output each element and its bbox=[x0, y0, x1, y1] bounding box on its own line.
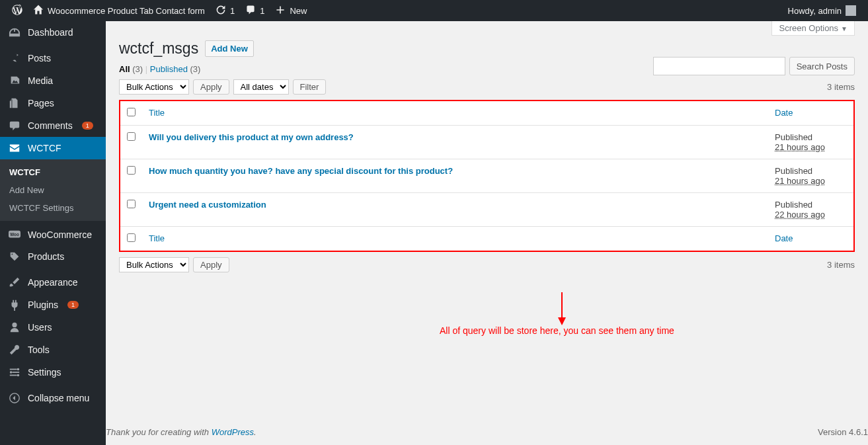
post-title-link[interactable]: How much quantity you have? have any spe… bbox=[149, 166, 453, 176]
table-row: Urgent need a customization Published22 … bbox=[120, 193, 854, 227]
menu-wctcf[interactable]: WCTCF bbox=[0, 137, 106, 159]
menu-settings[interactable]: Settings bbox=[0, 361, 106, 384]
pin-icon bbox=[8, 52, 21, 64]
col-date-sort[interactable]: Date bbox=[775, 108, 793, 118]
my-account[interactable]: Howdy, admin bbox=[783, 0, 861, 21]
collapse-menu[interactable]: Collapse menu bbox=[0, 387, 106, 409]
updates-count: 1 bbox=[230, 6, 235, 16]
filter-button[interactable]: Filter bbox=[293, 79, 327, 95]
svg-point-7 bbox=[17, 374, 20, 377]
media-icon bbox=[8, 75, 21, 87]
items-count-bottom: 3 items bbox=[827, 260, 855, 270]
bulk-actions-select-bottom[interactable]: Bulk Actions bbox=[119, 257, 189, 272]
svg-rect-4 bbox=[10, 375, 17, 376]
col-title-sort[interactable]: Title bbox=[149, 108, 165, 118]
submenu-add-new[interactable]: Add New bbox=[0, 181, 106, 199]
woo-icon: Woo bbox=[8, 230, 21, 239]
admin-bar: Woocommerce Product Tab Contact form 1 1… bbox=[0, 0, 868, 21]
search-input[interactable] bbox=[653, 57, 785, 75]
submenu-settings[interactable]: WCTCF Settings bbox=[0, 199, 106, 217]
settings-icon bbox=[8, 366, 21, 378]
svg-text:Woo: Woo bbox=[10, 232, 19, 237]
page-icon bbox=[8, 97, 21, 109]
product-icon bbox=[8, 251, 21, 263]
filter-published[interactable]: Published (3) bbox=[150, 64, 201, 74]
menu-products[interactable]: Products bbox=[0, 245, 106, 268]
annotation-text: All of query will be store here, you can… bbox=[440, 325, 674, 336]
home-icon bbox=[33, 5, 44, 17]
admin-footer: Thank you for creating with WordPress. V… bbox=[106, 419, 868, 445]
bulk-actions-select[interactable]: Bulk Actions bbox=[119, 79, 189, 95]
plug-icon bbox=[8, 299, 21, 311]
wp-version: Version 4.6.1 bbox=[818, 427, 868, 437]
add-new-button[interactable]: Add New bbox=[205, 40, 254, 57]
menu-posts[interactable]: Posts bbox=[0, 47, 106, 69]
updates-link[interactable]: 1 bbox=[210, 0, 240, 21]
date-filter-select[interactable]: All dates bbox=[233, 79, 289, 95]
admin-sidebar: Dashboard Posts Media Pages Comments1 WC… bbox=[0, 21, 106, 445]
menu-tools[interactable]: Tools bbox=[0, 339, 106, 361]
site-name-link[interactable]: Woocommerce Product Tab Contact form bbox=[28, 0, 210, 21]
plugins-badge: 1 bbox=[67, 301, 79, 309]
submenu-wctcf: WCTCF Add New WCTCF Settings bbox=[0, 159, 106, 221]
user-icon bbox=[8, 321, 21, 333]
svg-point-6 bbox=[10, 371, 13, 374]
search-button[interactable]: Search Posts bbox=[789, 57, 855, 75]
col-date-sort-bottom[interactable]: Date bbox=[775, 233, 793, 243]
col-title-sort-bottom[interactable]: Title bbox=[149, 233, 165, 243]
table-row: How much quantity you have? have any spe… bbox=[120, 159, 854, 193]
plus-icon bbox=[275, 5, 286, 17]
menu-users[interactable]: Users bbox=[0, 316, 106, 339]
svg-rect-2 bbox=[10, 369, 17, 370]
menu-comments[interactable]: Comments1 bbox=[0, 114, 106, 137]
menu-woocommerce[interactable]: WooWooCommerce bbox=[0, 224, 106, 245]
svg-rect-3 bbox=[12, 372, 19, 373]
comment-icon bbox=[8, 120, 21, 132]
comments-link[interactable]: 1 bbox=[240, 0, 270, 21]
page-title: wctcf_msgs bbox=[119, 40, 198, 58]
row-checkbox[interactable] bbox=[127, 166, 136, 175]
wordpress-link[interactable]: WordPress bbox=[212, 427, 254, 437]
menu-dashboard[interactable]: Dashboard bbox=[0, 21, 106, 44]
svg-marker-10 bbox=[558, 317, 566, 325]
comments-badge: 1 bbox=[82, 122, 93, 130]
posts-table: Title Date Will you delivery this produc… bbox=[119, 100, 855, 252]
select-all-checkbox[interactable] bbox=[127, 108, 136, 116]
menu-media[interactable]: Media bbox=[0, 69, 106, 92]
mail-icon bbox=[8, 142, 21, 154]
chevron-down-icon: ▼ bbox=[841, 25, 848, 32]
submenu-wctcf-main[interactable]: WCTCF bbox=[0, 163, 106, 181]
menu-plugins[interactable]: Plugins1 bbox=[0, 294, 106, 316]
row-checkbox[interactable] bbox=[127, 132, 136, 141]
select-all-checkbox-bottom[interactable] bbox=[127, 233, 136, 242]
avatar bbox=[846, 5, 856, 16]
wp-logo[interactable] bbox=[7, 0, 28, 21]
table-row: Will you delivery this product at my own… bbox=[120, 126, 854, 159]
menu-pages[interactable]: Pages bbox=[0, 92, 106, 114]
items-count: 3 items bbox=[827, 82, 855, 92]
screen-options-button[interactable]: Screen Options▼ bbox=[771, 21, 855, 36]
wrench-icon bbox=[8, 344, 21, 356]
apply-button[interactable]: Apply bbox=[193, 79, 229, 95]
dashboard-icon bbox=[8, 26, 21, 38]
new-content-link[interactable]: New bbox=[270, 0, 312, 21]
menu-appearance[interactable]: Appearance bbox=[0, 271, 106, 294]
svg-point-5 bbox=[17, 368, 20, 371]
row-checkbox[interactable] bbox=[127, 200, 136, 208]
wordpress-icon bbox=[12, 5, 22, 17]
refresh-icon bbox=[216, 5, 226, 17]
comment-icon bbox=[245, 5, 256, 17]
annotation-arrow-icon bbox=[555, 292, 569, 325]
main-content: Screen Options▼ wctcf_msgs Add New Searc… bbox=[106, 21, 868, 445]
screen-options-tab: Screen Options▼ bbox=[771, 21, 855, 36]
post-title-link[interactable]: Will you delivery this product at my own… bbox=[149, 132, 354, 142]
apply-button-bottom[interactable]: Apply bbox=[193, 257, 229, 272]
post-title-link[interactable]: Urgent need a customization bbox=[149, 200, 266, 210]
comments-bubble-count: 1 bbox=[260, 6, 264, 16]
collapse-icon bbox=[8, 392, 21, 404]
brush-icon bbox=[8, 276, 21, 288]
site-name: Woocommerce Product Tab Contact form bbox=[48, 6, 205, 16]
